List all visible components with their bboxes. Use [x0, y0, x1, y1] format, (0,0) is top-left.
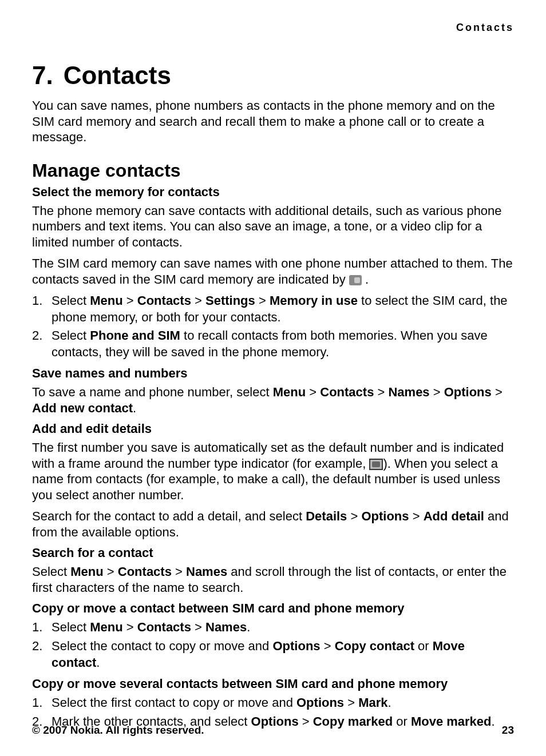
text-fragment: Select [32, 564, 70, 579]
paragraph: The first number you save is automatical… [32, 440, 514, 503]
menu-path-item: Menu [273, 385, 306, 399]
list-item: Select Menu > Contacts > Settings > Memo… [32, 293, 514, 325]
paragraph: Search for the contact to add a detail, … [32, 508, 514, 540]
paragraph: Select Menu > Contacts > Names and scrol… [32, 564, 514, 595]
text-fragment: . [247, 620, 250, 634]
menu-path-item: Contacts [137, 293, 191, 308]
text-fragment: > [492, 385, 503, 399]
text-fragment: Select [52, 620, 90, 634]
text-fragment: Select [52, 293, 90, 308]
menu-path-item: Copy contact [335, 639, 414, 653]
menu-path-item: Menu [90, 293, 122, 308]
menu-path-item: Names [388, 385, 429, 399]
chapter-number: 7. [32, 61, 53, 90]
menu-path-item: Mark [358, 695, 387, 710]
text-fragment: Select the contact to copy or move and [52, 639, 272, 653]
menu-path-item: Options [361, 509, 409, 523]
menu-path-item: Phone and SIM [90, 328, 180, 343]
chapter-intro: You can save names, phone numbers as con… [32, 98, 514, 145]
text-fragment: . [388, 695, 391, 710]
text-fragment: > [374, 385, 388, 399]
number-type-frame-icon [369, 459, 383, 470]
text-fragment: > [430, 385, 444, 399]
text-fragment: > [191, 293, 205, 308]
chapter-title-text: Contacts [64, 61, 171, 89]
menu-path-item: Details [306, 509, 347, 523]
text-fragment: Select the first contact to copy or move… [52, 695, 296, 710]
subsection-add-edit: Add and edit details [32, 421, 514, 436]
menu-path-item: Options [444, 385, 492, 399]
text-fragment: > [306, 385, 320, 399]
paragraph: To save a name and phone number, select … [32, 384, 514, 416]
menu-path-item: Menu [70, 564, 103, 579]
menu-path-item: Names [205, 620, 247, 634]
page-number: 23 [502, 724, 514, 737]
sim-card-icon [349, 275, 362, 285]
menu-path-item: Contacts [320, 385, 374, 399]
subsection-select-memory: Select the memory for contacts [32, 185, 514, 200]
page-header-label: Contacts [32, 22, 514, 34]
page-footer: © 2007 Nokia. All rights reserved. 23 [32, 724, 514, 737]
list-item: Select the first contact to copy or move… [32, 695, 514, 711]
menu-path-item: Menu [90, 620, 122, 634]
menu-path-item: Contacts [137, 620, 191, 634]
paragraph: The phone memory can save contacts with … [32, 203, 514, 250]
menu-path-item: Settings [205, 293, 255, 308]
list-item: Select Menu > Contacts > Names. [32, 619, 514, 636]
menu-path-item: Add detail [424, 509, 484, 523]
subsection-save-names: Save names and numbers [32, 366, 514, 381]
copyright-text: © 2007 Nokia. All rights reserved. [32, 724, 204, 737]
text-fragment: . [133, 401, 136, 415]
text-fragment: > [347, 509, 361, 523]
text-fragment: > [255, 293, 270, 308]
text-fragment: > [321, 639, 335, 653]
menu-path-item: Contacts [118, 564, 172, 579]
text-fragment: . [362, 272, 369, 287]
text-fragment: Select [52, 328, 90, 343]
text-fragment: > [409, 509, 424, 523]
menu-path-item: Options [296, 695, 344, 710]
menu-path-item: Add new contact [32, 401, 133, 415]
subsection-copy-move-several: Copy or move several contacts between SI… [32, 677, 514, 691]
text-fragment: To save a name and phone number, select [32, 385, 273, 399]
menu-path-item: Memory in use [270, 293, 358, 308]
subsection-search: Search for a contact [32, 546, 514, 560]
section-title: Manage contacts [32, 160, 514, 181]
text-fragment: Search for the contact to add a detail, … [32, 509, 306, 523]
text-fragment: > [104, 564, 118, 579]
text-fragment: > [191, 620, 205, 634]
text-fragment: > [123, 620, 137, 634]
list-item: Select the contact to copy or move and O… [32, 638, 514, 671]
ordered-list: Select Menu > Contacts > Names. Select t… [32, 619, 514, 671]
text-fragment: The SIM card memory can save names with … [32, 256, 513, 287]
text-fragment: > [123, 293, 137, 308]
menu-path-item: Options [272, 639, 320, 653]
text-fragment: > [344, 695, 358, 710]
list-item: Select Phone and SIM to recall contacts … [32, 328, 514, 360]
subsection-copy-move-one: Copy or move a contact between SIM card … [32, 601, 514, 616]
text-fragment: > [172, 564, 186, 579]
menu-path-item: Names [186, 564, 227, 579]
chapter-title: 7.Contacts [32, 61, 514, 90]
text-fragment: . [96, 655, 100, 670]
text-fragment: or [414, 639, 433, 653]
paragraph: The SIM card memory can save names with … [32, 256, 514, 287]
ordered-list: Select Menu > Contacts > Settings > Memo… [32, 293, 514, 360]
